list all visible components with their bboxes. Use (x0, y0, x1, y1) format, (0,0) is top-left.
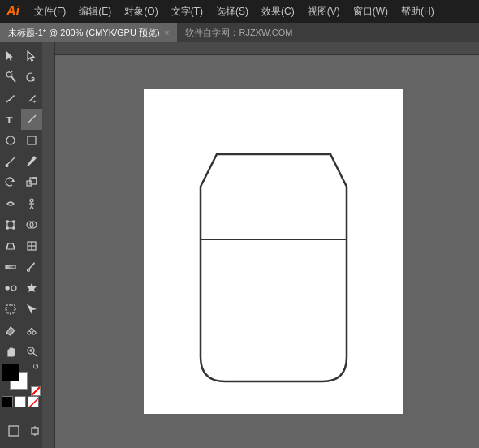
scale-tool[interactable] (21, 172, 42, 193)
menu-help[interactable]: 帮助(H) (395, 2, 441, 22)
tab-close-button[interactable]: × (165, 28, 170, 37)
tool-row-13 (0, 320, 42, 341)
mini-swatches (2, 396, 41, 407)
svg-line-32 (13, 243, 15, 249)
main-area: + T 直线段工具 (\) (0, 42, 479, 448)
tool-row-14 (0, 341, 42, 362)
svg-point-38 (6, 286, 9, 290)
selection-tool[interactable] (0, 45, 21, 67)
drawing-canvas (144, 89, 403, 414)
svg-rect-26 (6, 227, 8, 229)
eraser-tool[interactable] (0, 320, 21, 341)
shape-builder-tool[interactable] (21, 214, 42, 235)
svg-line-31 (6, 243, 8, 249)
svg-rect-56 (9, 426, 19, 436)
slice-tool[interactable] (21, 299, 42, 320)
line-segment-tool[interactable] (21, 109, 42, 130)
artboard-tool[interactable] (0, 299, 21, 320)
live-paint-tool[interactable] (21, 278, 42, 299)
menu-object[interactable]: 对象(O) (118, 2, 164, 22)
tool-row-4 (0, 130, 42, 151)
tool-row-1 (0, 45, 42, 67)
svg-point-48 (32, 331, 36, 334)
paintbrush-tool[interactable] (0, 151, 21, 172)
svg-line-0 (11, 76, 15, 82)
tool-row-10 (0, 256, 42, 278)
type-tool[interactable]: T (0, 109, 21, 130)
svg-point-47 (28, 331, 31, 334)
canvas-white[interactable] (144, 89, 403, 414)
menu-file[interactable]: 文件(F) (28, 2, 72, 22)
direct-selection-tool[interactable] (21, 45, 42, 67)
zoom-tool[interactable] (21, 341, 42, 362)
svg-line-52 (33, 353, 37, 356)
svg-rect-25 (13, 221, 15, 222)
mesh-tool[interactable] (21, 235, 42, 256)
puppet-warp-tool[interactable] (21, 193, 42, 214)
svg-line-55 (28, 397, 39, 407)
black-swatch[interactable] (2, 396, 13, 407)
tool-row-3: + (0, 88, 42, 109)
svg-rect-24 (6, 221, 8, 222)
tab-active-label: 未标题-1* @ 200% (CMYK/GPU 预览) (8, 27, 160, 39)
blend-tool[interactable] (0, 278, 21, 299)
svg-text:+: + (32, 98, 37, 105)
menu-window[interactable]: 窗口(W) (347, 2, 395, 22)
free-transform-tool[interactable] (0, 214, 21, 235)
tab-inactive[interactable]: 软件自学网：RJZXW.COM (177, 23, 300, 42)
tool-row-6 (0, 172, 42, 193)
eyedropper-tool[interactable] (21, 256, 42, 278)
svg-rect-36 (6, 265, 15, 269)
svg-line-49 (29, 328, 32, 331)
pencil-tool[interactable] (21, 151, 42, 172)
svg-point-1 (6, 72, 11, 77)
gradient-tool[interactable] (0, 256, 21, 278)
none-color-indicator[interactable] (31, 386, 41, 396)
pen-tool[interactable] (0, 88, 21, 109)
rotate-tool[interactable] (0, 172, 21, 193)
menu-edit[interactable]: 编辑(E) (72, 2, 118, 22)
canvas-area[interactable] (42, 42, 479, 448)
magic-wand-tool[interactable] (0, 67, 21, 88)
svg-rect-14 (27, 181, 32, 186)
ruler-vertical (42, 42, 55, 448)
tool-row-type: T (0, 109, 42, 130)
color-section: ↺ (2, 364, 41, 407)
title-bar: Ai 文件(F) 编辑(E) 对象(O) 文字(T) 选择(S) 效果(C) 视… (0, 0, 479, 23)
warp-tool[interactable] (0, 193, 21, 214)
scissors-tool[interactable] (21, 320, 42, 341)
bottom-tool-area (3, 420, 42, 442)
rectangle-tool[interactable] (21, 130, 42, 151)
svg-rect-27 (13, 227, 15, 229)
color-reset-icon[interactable]: ↺ (32, 362, 39, 371)
change-screen-mode-button[interactable] (3, 420, 24, 442)
app-logo: Ai (6, 4, 19, 19)
menu-bar: 文件(F) 编辑(E) 对象(O) 文字(T) 选择(S) 效果(C) 视图(V… (28, 2, 441, 22)
svg-point-39 (11, 286, 16, 291)
tool-row-5 (0, 151, 42, 172)
tool-row-9 (0, 235, 42, 256)
svg-line-4 (11, 71, 12, 72)
hand-tool[interactable] (0, 341, 21, 362)
add-anchor-tool[interactable]: + (21, 88, 42, 109)
svg-text:T: T (6, 114, 13, 126)
none-swatch[interactable] (28, 396, 39, 407)
menu-type[interactable]: 文字(T) (165, 2, 209, 22)
menu-view[interactable]: 视图(V) (301, 2, 347, 22)
svg-point-18 (30, 199, 33, 202)
menu-select[interactable]: 选择(S) (209, 2, 255, 22)
svg-point-10 (6, 136, 15, 144)
svg-point-12 (6, 165, 8, 167)
lasso-tool[interactable] (21, 67, 42, 88)
perspective-tool[interactable] (0, 235, 21, 256)
ellipse-tool[interactable] (0, 130, 21, 151)
white-swatch[interactable] (15, 396, 26, 407)
menu-effect[interactable]: 效果(C) (255, 2, 301, 22)
toggle-button[interactable] (24, 420, 42, 442)
foreground-color-box[interactable] (2, 364, 19, 381)
tab-active[interactable]: 未标题-1* @ 200% (CMYK/GPU 预览) × (0, 23, 177, 42)
ruler-horizontal (42, 42, 479, 55)
svg-line-9 (28, 115, 36, 123)
svg-line-50 (32, 328, 34, 331)
tool-row-7 (0, 193, 42, 214)
